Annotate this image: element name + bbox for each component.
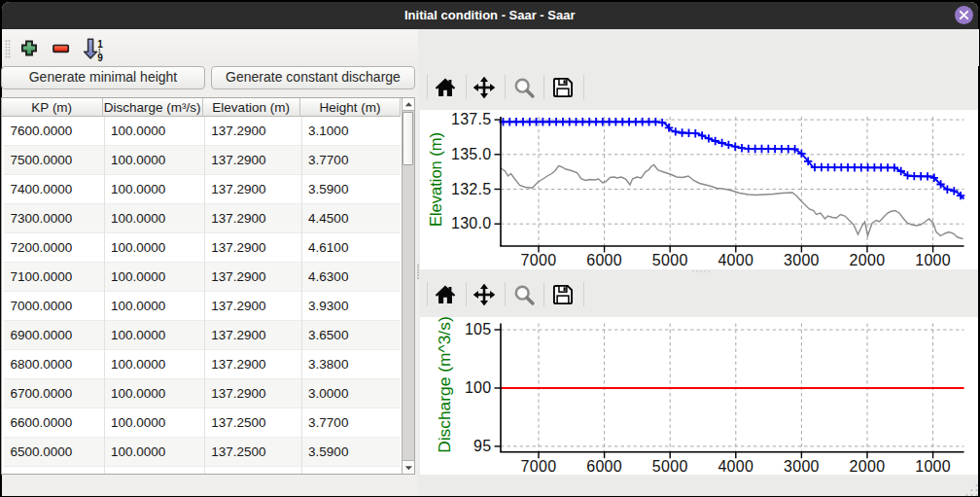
svg-text:135.0: 135.0: [450, 146, 491, 162]
svg-text:4000: 4000: [718, 457, 753, 474]
svg-text:130.0: 130.0: [450, 215, 491, 231]
svg-text:Elevation (m): Elevation (m): [427, 132, 444, 227]
svg-text:5000: 5000: [651, 457, 687, 474]
svg-text:7000: 7000: [520, 252, 556, 268]
svg-text:95: 95: [473, 437, 491, 453]
svg-text:1000: 1000: [915, 457, 951, 474]
svg-text:1: 1: [97, 39, 103, 50]
svg-text:100: 100: [464, 379, 491, 396]
svg-text:2000: 2000: [849, 457, 885, 474]
svg-text:3000: 3000: [784, 252, 820, 268]
svg-text:1000: 1000: [915, 252, 951, 268]
svg-text:3000: 3000: [784, 457, 820, 474]
svg-text:2000: 2000: [849, 252, 885, 268]
svg-text:137.5: 137.5: [450, 111, 491, 127]
svg-text:6000: 6000: [586, 252, 622, 268]
svg-text:9: 9: [97, 52, 103, 62]
svg-text:105: 105: [464, 321, 491, 337]
svg-text:4000: 4000: [718, 252, 753, 268]
svg-text:7000: 7000: [520, 457, 556, 474]
svg-text:132.5: 132.5: [450, 181, 491, 197]
svg-text:5000: 5000: [651, 252, 687, 268]
svg-text:Discharge (m^3/s): Discharge (m^3/s): [435, 317, 454, 453]
svg-text:6000: 6000: [586, 457, 622, 474]
